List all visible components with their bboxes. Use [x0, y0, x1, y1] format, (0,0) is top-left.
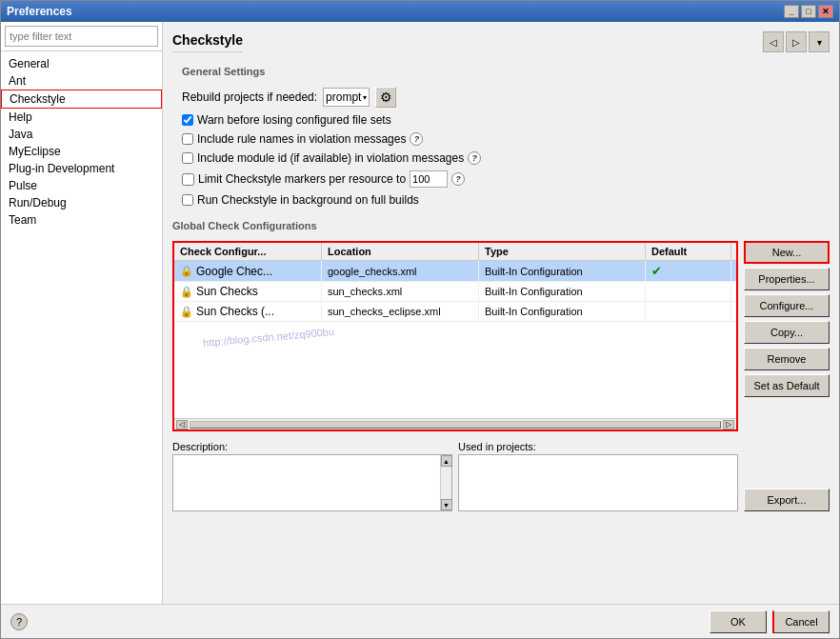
warn-row: Warn before losing configured file sets [182, 113, 820, 127]
row0-type: Built-In Configuration [479, 261, 646, 281]
row2-location: sun_checks_eclipse.xml [322, 302, 479, 321]
row0-name: 🔒 Google Chec... [174, 261, 322, 281]
table-horizontal-scrollbar[interactable]: ◁ ▷ [174, 418, 736, 429]
help-icon-module-id[interactable]: ? [468, 151, 481, 165]
right-panel: Checkstyle ◁ ▷ ▾ General Settings Rebuil… [163, 22, 839, 604]
sidebar-item-checkstyle[interactable]: Checkstyle [1, 90, 162, 109]
global-config-section: Global Check Configurations Check Config… [172, 220, 830, 594]
scroll-track[interactable] [190, 421, 721, 429]
description-label: Description: [172, 441, 452, 452]
sidebar-item-pulse[interactable]: Pulse [1, 177, 162, 194]
new-button[interactable]: New... [744, 241, 830, 264]
include-rule-names-label: Include rule names in violation messages [197, 132, 406, 146]
rebuild-row: Rebuild projects if needed: prompt ▾ ⚙ [182, 87, 820, 108]
search-input[interactable] [5, 26, 158, 47]
sidebar-item-help[interactable]: Help [1, 109, 162, 126]
sidebar-item-plugin-development[interactable]: Plug-in Development [1, 160, 162, 177]
menu-button[interactable]: ▾ [809, 31, 830, 52]
sidebar-item-java[interactable]: Java [1, 126, 162, 143]
limit-markers-label: Limit Checkstyle markers per resource to [198, 172, 406, 186]
lock-icon: 🔒 [180, 265, 193, 277]
config-table: Check Configur... Location Type Default … [172, 241, 738, 431]
sidebar-item-ant[interactable]: Ant [1, 72, 162, 90]
copy-button[interactable]: Copy... [744, 321, 830, 344]
titlebar-title: Preferences [7, 5, 72, 18]
bottom-bar: ? OK Cancel [1, 604, 839, 638]
warn-label: Warn before losing configured file sets [197, 113, 391, 127]
scroll-left-button[interactable]: ◁ [176, 420, 188, 429]
used-in-box [458, 454, 738, 511]
help-icon-limit[interactable]: ? [451, 172, 465, 186]
watermark: http://blog.csdn.net/zq900bu [203, 326, 335, 349]
warn-checkbox[interactable] [182, 114, 193, 126]
limit-markers-checkbox[interactable] [182, 173, 194, 186]
forward-button[interactable]: ▷ [786, 31, 807, 52]
description-scrollbar[interactable]: ▲ ▼ [440, 455, 451, 510]
col-header-type: Type [479, 243, 646, 260]
general-settings: General Settings Rebuild projects if nee… [172, 60, 830, 212]
scroll-up-button[interactable]: ▲ [441, 455, 452, 467]
row1-type: Built-In Configuration [479, 282, 646, 301]
table-row[interactable]: 🔒 Sun Checks sun_checks.xml Built-In Con… [174, 282, 736, 302]
configure-button[interactable]: Configure... [744, 294, 830, 317]
sidebar-item-team[interactable]: Team [1, 211, 162, 229]
row1-name: 🔒 Sun Checks [174, 282, 322, 301]
general-settings-label: General Settings [182, 66, 820, 77]
description-box: ▲ ▼ [172, 454, 452, 511]
description-section: Description: ▲ ▼ [172, 441, 452, 511]
panel-header: Checkstyle ◁ ▷ ▾ [172, 31, 830, 52]
ok-button[interactable]: OK [710, 610, 767, 633]
remove-button[interactable]: Remove [744, 348, 830, 370]
nav-list: General Ant Checkstyle Help Java MyEclip… [1, 51, 162, 604]
rebuild-dropdown[interactable]: prompt ▾ [323, 88, 370, 107]
dropdown-arrow-icon: ▾ [363, 93, 367, 102]
settings-icon-button[interactable]: ⚙ [375, 87, 396, 108]
maximize-button[interactable]: □ [801, 5, 816, 18]
run-background-label: Run Checkstyle in background on full bui… [197, 193, 419, 207]
config-inner: Check Configur... Location Type Default … [172, 241, 830, 431]
row2-type: Built-In Configuration [479, 302, 646, 321]
scroll-right-button[interactable]: ▷ [723, 420, 734, 429]
scroll-down-button[interactable]: ▼ [441, 499, 452, 510]
bottom-area: Description: ▲ ▼ Used in projects: [172, 441, 830, 511]
col-header-name: Check Configur... [174, 243, 322, 260]
run-background-row: Run Checkstyle in background on full bui… [182, 193, 820, 207]
toolbar-icons: ◁ ▷ ▾ [763, 31, 830, 52]
table-row[interactable]: 🔒 Sun Checks (... sun_checks_eclipse.xml… [174, 302, 736, 322]
row1-default [646, 282, 731, 301]
global-config-label: Global Check Configurations [172, 220, 830, 231]
limit-value-input[interactable] [410, 170, 448, 188]
help-button[interactable]: ? [10, 613, 28, 630]
panel-title: Checkstyle [172, 32, 243, 52]
close-button[interactable]: ✕ [818, 5, 833, 18]
table-row[interactable]: 🔒 Google Chec... google_checks.xml Built… [174, 261, 736, 282]
check-icon: ✔ [651, 264, 662, 278]
settings-gear-icon: ⚙ [380, 90, 392, 105]
row2-default [646, 302, 731, 321]
export-area: Export... [744, 441, 830, 511]
sidebar-item-myeclipse[interactable]: MyEclipse [1, 143, 162, 160]
used-in-label: Used in projects: [458, 441, 738, 452]
set-default-button[interactable]: Set as Default [744, 374, 830, 397]
cancel-button[interactable]: Cancel [772, 610, 830, 633]
titlebar: Preferences _ □ ✕ [1, 1, 839, 22]
rebuild-value: prompt [326, 90, 361, 104]
export-button[interactable]: Export... [744, 489, 830, 511]
search-box [1, 22, 162, 51]
col-header-location: Location [322, 243, 479, 260]
sidebar-item-general[interactable]: General [1, 55, 162, 72]
lock-icon: 🔒 [180, 306, 193, 318]
table-header: Check Configur... Location Type Default [174, 243, 736, 261]
include-rule-names-checkbox[interactable] [182, 133, 193, 145]
help-icon-rule-names[interactable]: ? [410, 132, 423, 146]
run-background-checkbox[interactable] [182, 194, 193, 206]
col-header-default: Default [646, 243, 731, 260]
include-module-id-checkbox[interactable] [182, 152, 193, 164]
rebuild-label: Rebuild projects if needed: [182, 90, 317, 104]
sidebar-item-run-debug[interactable]: Run/Debug [1, 194, 162, 211]
lock-icon: 🔒 [180, 286, 193, 298]
row0-default: ✔ [646, 261, 731, 281]
properties-button[interactable]: Properties... [744, 268, 830, 290]
back-button[interactable]: ◁ [763, 31, 784, 52]
minimize-button[interactable]: _ [784, 5, 799, 18]
